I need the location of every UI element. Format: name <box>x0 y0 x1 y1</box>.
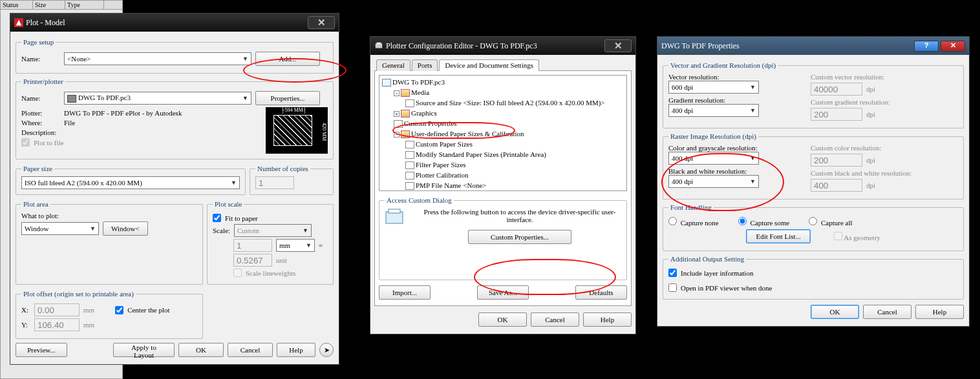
custom-bw-label: Custom black and white resolution: <box>811 169 958 177</box>
custom-gradient-label: Custom gradient resolution: <box>811 98 958 106</box>
cancel-button[interactable]: Cancel <box>531 312 579 327</box>
bw-resolution-label: Black and white resolution: <box>668 167 798 175</box>
collapse-icon[interactable]: - <box>394 132 399 138</box>
app-icon <box>14 18 23 27</box>
preview-button[interactable]: Preview... <box>16 343 67 357</box>
font-legend: Font Handling <box>668 203 714 211</box>
number-of-copies-group: Number of copies <box>250 165 334 195</box>
tree-pmp-file[interactable]: PMP File Name <None> <box>416 181 486 189</box>
font-handling-group: Font Handling Capture none Capture some … <box>663 203 964 251</box>
equals: = <box>319 241 323 249</box>
plot-titlebar[interactable]: Plot - Model ✕ <box>10 14 339 32</box>
color-resolution-combo[interactable]: 400 dpi▼ <box>668 152 759 165</box>
settings-tree[interactable]: DWG To PDF.pc3 -Media Source and Size <S… <box>379 75 627 191</box>
page-setup-name-combo[interactable]: <None>▼ <box>64 52 251 65</box>
fit-to-paper-checkbox[interactable] <box>213 214 221 222</box>
config-titlebar[interactable]: Plotter Configuration Editor - DWG To PD… <box>370 37 635 55</box>
svg-rect-4 <box>389 209 400 213</box>
tree-media[interactable]: Media <box>411 88 429 96</box>
close-icon[interactable]: ✕ <box>604 39 632 52</box>
cancel-button[interactable]: Cancel <box>228 343 273 357</box>
collapse-icon[interactable]: - <box>394 90 399 96</box>
tab-device-settings[interactable]: Device and Document Settings <box>439 59 539 71</box>
capture-none-radio[interactable]: Capture none <box>668 217 719 227</box>
expand-arrow-button[interactable]: ➤ <box>319 343 334 357</box>
close-icon[interactable]: ✕ <box>941 41 965 52</box>
import-button[interactable]: Import... <box>379 285 431 300</box>
help-icon[interactable]: ? <box>914 41 939 52</box>
copies-input <box>255 176 294 189</box>
ok-button[interactable]: OK <box>478 312 527 327</box>
vector-resolution-label: Vector resolution: <box>668 73 798 81</box>
center-plot-checkbox[interactable] <box>115 306 123 314</box>
tree-root[interactable]: DWG To PDF.pc3 <box>392 78 445 86</box>
tree-custom-properties[interactable]: Custom Properties <box>404 119 457 127</box>
help-button[interactable]: Help <box>915 305 964 319</box>
tree-calibration[interactable]: Plotter Calibration <box>416 171 469 179</box>
capture-all-radio[interactable]: Capture all <box>809 217 852 227</box>
tab-ports[interactable]: Ports <box>412 59 438 71</box>
plot-scale-group: Plot scale Fit to paper Scale: Custom▼ m… <box>207 200 334 285</box>
expand-icon[interactable]: + <box>394 111 399 117</box>
help-button[interactable]: Help <box>583 312 632 327</box>
save-as-button[interactable]: Save As... <box>477 285 529 300</box>
vg-legend: Vector and Gradient Resolution (dpi) <box>668 61 778 69</box>
what-to-plot-combo[interactable]: Window▼ <box>21 222 99 235</box>
dpi-unit: dpi <box>866 85 875 93</box>
cancel-button[interactable]: Cancel <box>863 305 911 319</box>
plot-to-file-checkbox <box>21 138 30 147</box>
scale-unit-combo[interactable]: mm▼ <box>276 239 315 252</box>
custom-bw-input <box>811 179 862 192</box>
custom-properties-button[interactable]: Custom Properties... <box>468 230 571 244</box>
custom-gradient-input <box>811 108 862 121</box>
scale-numerator-input <box>233 239 272 252</box>
ok-button[interactable]: OK <box>811 305 859 319</box>
page-setup-legend: Page setup <box>21 38 56 46</box>
tree-source-size[interactable]: Source and Size <Size: ISO full bleed A2… <box>416 99 605 107</box>
printer-name-combo[interactable]: DWG To PDF.pc3▼ <box>64 92 251 105</box>
tree-userdef-sizes[interactable]: User-defined Paper Sizes & Calibration <box>411 130 524 138</box>
tab-general[interactable]: General <box>376 59 410 71</box>
bw-resolution-combo[interactable]: 400 dpi▼ <box>668 175 759 188</box>
vector-resolution-combo[interactable]: 600 dpi▼ <box>668 81 759 94</box>
window-pick-button[interactable]: Window< <box>103 221 148 236</box>
open-pdf-checkbox[interactable] <box>668 283 677 292</box>
plot-to-file-label: Plot to file <box>34 139 63 147</box>
tree-modify-sizes[interactable]: Modify Standard Paper Sizes (Printable A… <box>416 150 546 158</box>
folder-icon <box>401 110 410 118</box>
leaf-icon <box>405 99 414 107</box>
folder-icon <box>401 130 410 138</box>
y-unit: mm <box>83 321 94 329</box>
scale-lineweights-label: Scale lineweights <box>246 269 295 277</box>
close-icon[interactable]: ✕ <box>308 16 335 29</box>
tree-graphics[interactable]: Graphics <box>411 109 437 117</box>
include-layer-checkbox[interactable] <box>668 269 677 277</box>
tree-custom-sizes[interactable]: Custom Paper Sizes <box>416 140 473 148</box>
y-label: Y: <box>21 321 30 329</box>
props-titlebar[interactable]: DWG To PDF Properties ? ✕ <box>657 37 969 55</box>
scale-unit2-label: unit <box>276 256 287 264</box>
custom-color-input <box>811 154 862 167</box>
defaults-button[interactable]: Defaults <box>575 285 627 300</box>
center-plot-label: Center the plot <box>127 306 169 314</box>
x-input <box>34 303 80 316</box>
ok-button[interactable]: OK <box>178 343 224 357</box>
paper-size-legend: Paper size <box>21 165 54 172</box>
scale-lineweights-checkbox <box>233 269 242 277</box>
svg-rect-3 <box>386 212 403 223</box>
add-button[interactable]: Add... <box>255 52 320 66</box>
help-button[interactable]: Help <box>277 343 315 357</box>
col-size: Size <box>33 1 65 9</box>
gradient-resolution-combo[interactable]: 400 dpi▼ <box>668 104 759 117</box>
leaf-icon <box>394 120 403 128</box>
tree-filter-sizes[interactable]: Filter Paper Sizes <box>416 161 466 169</box>
capture-some-radio[interactable]: Capture some <box>738 217 790 227</box>
access-custom-group: Access Custom Dialog Press the following… <box>379 196 627 280</box>
custom-color-label: Custom color resolution: <box>811 144 958 152</box>
apply-to-layout-button[interactable]: Apply to Layout <box>113 343 175 357</box>
paper-size-combo[interactable]: ISO full bleed A2 (594.00 x 420.00 MM)▼ <box>21 176 240 189</box>
printer-properties-button[interactable]: Properties... <box>255 91 320 105</box>
color-resolution-label: Color and grayscale resolution: <box>668 144 798 152</box>
printer-plotter-group: Printer/plotter Name: DWG To PDF.pc3▼ Pr… <box>16 77 334 159</box>
edit-font-list-button[interactable]: Edit Font List... <box>746 229 811 243</box>
